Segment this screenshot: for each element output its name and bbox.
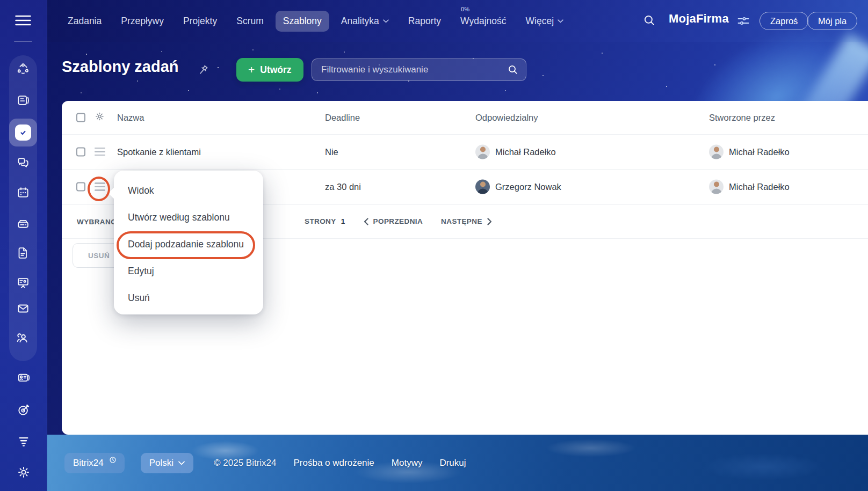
pin-icon[interactable] (196, 63, 210, 79)
menu-item-dodaj-podzadanie-szablonu[interactable]: Dodaj podzadanie szablonu (114, 231, 263, 258)
nav-tab-wydajnosc[interactable]: 0% Wydajność (453, 11, 513, 32)
menu-item-widok[interactable]: Widok (114, 177, 263, 204)
left-sidebar (0, 0, 47, 491)
tutorial-highlight-ring (88, 177, 110, 201)
performance-percent-badge: 0% (461, 6, 469, 12)
select-all-checkbox[interactable] (76, 113, 85, 122)
sidebar-icon-rail (9, 55, 37, 361)
main-nav: Zadania Przepływy Projekty Scrum Szablon… (60, 0, 571, 42)
avatar (475, 180, 490, 194)
bitrix24-templates-screen: Zadania Przepływy Projekty Scrum Szablon… (0, 0, 868, 491)
pager: STRONY 1 POPRZEDNIA NASTĘPNE (305, 204, 492, 238)
next-page-button[interactable]: NASTĘPNE (441, 217, 492, 225)
deadline-value: Nie (325, 146, 338, 157)
menu-item-edytuj[interactable]: Edytuj (114, 258, 263, 284)
collab-network-icon[interactable] (16, 62, 30, 78)
template-name-link[interactable]: Spotkanie z klientami (117, 146, 201, 157)
nav-tab-scrum[interactable]: Scrum (229, 11, 271, 32)
language-selector[interactable]: Polski (141, 453, 193, 473)
deadline-value: za 30 dni (325, 182, 361, 192)
marketing-target-icon[interactable] (17, 403, 31, 420)
page-number[interactable]: 1 (341, 217, 345, 225)
page-header: Szablony zadań + Utwórz (62, 52, 868, 89)
nav-tab-raporty[interactable]: Raporty (401, 11, 449, 32)
drive-icon[interactable] (16, 217, 30, 233)
footer: Bitrix24 Polski © 2025 Bitrix24 Prośba o… (64, 452, 466, 474)
column-header-responsible[interactable]: Odpowiedzialny (475, 113, 538, 123)
clock-mark-icon (110, 455, 116, 466)
avatar (475, 144, 490, 159)
avatar (709, 144, 724, 159)
row-menu-burger-icon[interactable] (95, 148, 105, 156)
news-feed-icon[interactable] (16, 93, 30, 109)
nav-tab-analityka[interactable]: Analityka (334, 11, 396, 32)
chevron-down-icon (383, 19, 389, 23)
crm-contact-card-icon[interactable] (17, 371, 31, 387)
bitrix24-footer-brand[interactable]: Bitrix24 (64, 453, 125, 473)
page-title: Szablony zadań (62, 58, 179, 76)
sidebar-item-tasks-active[interactable] (9, 119, 37, 146)
whiteboard-icon[interactable] (16, 276, 30, 292)
sales-funnel-icon[interactable] (17, 434, 31, 450)
footer-link-themes[interactable]: Motywy (392, 458, 423, 468)
avatar (709, 180, 724, 194)
prev-page-button[interactable]: POPRZEDNIA (364, 217, 423, 225)
footer-link-implementation[interactable]: Prośba o wdrożenie (294, 458, 374, 468)
nav-tab-szablony-active[interactable]: Szablony (276, 11, 329, 32)
column-header-created-by[interactable]: Stworzone przez (709, 113, 775, 123)
document-icon[interactable] (16, 246, 30, 262)
create-button[interactable]: + Utwórz (236, 58, 303, 82)
sidebar-divider (14, 41, 32, 42)
nav-tab-wiecej[interactable]: Więcej (518, 11, 572, 32)
chevron-down-icon (558, 19, 563, 23)
responsible-person[interactable]: Grzegorz Nowak (475, 180, 561, 194)
created-by-person[interactable]: Michał Radełko (709, 180, 790, 194)
mail-icon[interactable] (16, 302, 30, 318)
grid-settings-gear-icon[interactable] (95, 112, 105, 124)
chevron-right-icon (487, 218, 492, 225)
nav-tab-zadania[interactable]: Zadania (60, 11, 109, 32)
selected-count-label: WYBRANO (77, 217, 117, 225)
menu-hamburger-icon[interactable] (15, 14, 31, 28)
filter-search (312, 58, 526, 81)
top-navigation-bar: Zadania Przepływy Projekty Scrum Szablon… (0, 0, 868, 42)
responsible-person[interactable]: Michał Radełko (475, 144, 556, 159)
menu-item-usun[interactable]: Usuń (114, 284, 263, 311)
settings-gear-icon[interactable] (17, 465, 31, 482)
table-row: Spotkanie z klientami Nie Michał Radełko… (62, 134, 868, 169)
column-header-name[interactable]: Nazwa (117, 113, 144, 123)
chevron-down-icon (178, 461, 185, 465)
tasks-check-icon (15, 124, 31, 141)
row-checkbox[interactable] (76, 147, 85, 156)
copyright-text: © 2025 Bitrix24 (214, 458, 276, 468)
column-header-deadline[interactable]: Deadline (325, 113, 360, 123)
portal-settings-sliders-icon[interactable] (737, 15, 750, 29)
people-group-icon[interactable] (16, 331, 31, 348)
my-plan-button[interactable]: Mój pla (807, 12, 857, 30)
menu-item-utworz-wedlug-szablonu[interactable]: Utwórz według szablonu (114, 204, 263, 231)
nav-tab-przeplywy[interactable]: Przepływy (113, 11, 171, 32)
created-by-person[interactable]: Michał Radełko (709, 144, 790, 159)
pages-indicator: STRONY 1 (305, 217, 345, 225)
nav-tab-projekty[interactable]: Projekty (176, 11, 225, 32)
plus-icon: + (248, 63, 255, 76)
grid-header-row: Nazwa Deadline Odpowiedzialny Stworzone … (62, 101, 868, 134)
row-checkbox[interactable] (76, 182, 85, 192)
calendar-icon[interactable] (16, 186, 30, 202)
row-context-menu: Widok Utwórz według szablonu Dodaj podza… (114, 171, 263, 314)
chevron-left-icon (364, 218, 368, 225)
global-search-icon[interactable] (642, 13, 656, 30)
invite-button[interactable]: Zaproś (760, 12, 808, 30)
footer-link-print[interactable]: Drukuj (439, 458, 466, 468)
filter-search-input[interactable] (312, 58, 526, 81)
portal-name[interactable]: MojaFirma (669, 12, 729, 26)
chat-icon[interactable] (16, 156, 30, 172)
